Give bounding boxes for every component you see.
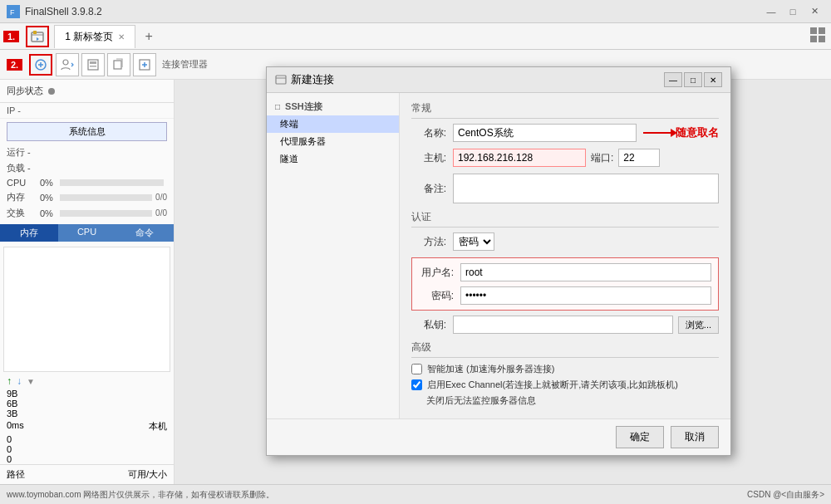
latency-val: 0ms [7,420,24,433]
new-conn-dialog: 新建连接 — □ ✕ □ SSH连接 终端 代理服务器 隧道 常规 名称: [266,66,731,456]
net-vals: 9B 6B 3B [0,389,174,418]
sync-label: 同步状态 [7,85,43,97]
username-row: 用户名: [419,263,711,281]
dialog-right-panel: 常规 名称: 随意取名 主机: 端口: 备注: [400,93,730,418]
grid-view-btn[interactable] [808,25,828,47]
app-icon: F [7,5,20,18]
svg-rect-7 [819,36,825,42]
svg-rect-4 [810,27,817,34]
minimize-btn[interactable]: — [761,3,781,20]
terminal-item[interactable]: 终端 [267,115,399,133]
swap-label: 交换 [7,207,40,219]
cancel-btn[interactable]: 取消 [671,426,719,448]
load-label: 负载 - [7,162,40,174]
name-input[interactable] [453,124,637,142]
username-label: 用户名: [419,266,460,280]
svg-rect-13 [114,61,121,69]
swap-val: 0% [40,208,53,218]
username-input[interactable] [460,263,711,281]
sync-dot [48,88,55,95]
title-bar: F FinalShell 3.9.8.2 — □ ✕ [0,0,831,23]
dialog-close-btn[interactable]: ✕ [704,72,722,87]
status-bar: www.toymoban.com 网络图片仅供展示，非存储，如有侵权请联系删除。… [0,484,831,504]
privkey-input[interactable] [453,316,673,334]
swap-num: 0/0 [155,208,167,218]
net-val-3: 3B [7,409,167,418]
toolbar-btn-2[interactable] [56,53,79,76]
dialog-min-btn[interactable]: — [664,72,682,87]
host-row: 主机: 端口: [411,149,719,167]
monitor-tabs: 内存 CPU 命令 [0,224,174,242]
method-select[interactable]: 密码 [453,232,494,251]
password-label: 密码: [419,289,460,303]
password-input[interactable] [460,286,711,305]
adv-label-2: 启用Exec Channel(若连接上就被断开,请关闭该项,比如跳板机) [427,379,678,391]
sync-status: 同步状态 [0,80,174,103]
open-conn-btn[interactable] [26,26,49,47]
tunnel-item[interactable]: 隧道 [267,150,399,168]
tab-cpu-btn[interactable]: CPU [58,224,116,242]
local-label: 本机 [149,420,167,433]
note-row: 备注: [411,174,719,203]
method-row: 方法: 密码 [411,232,719,251]
ssh-expand-icon: □ [275,102,280,111]
adv-row-2: 启用Exec Channel(若连接上就被断开,请关闭该项,比如跳板机) [411,379,719,391]
chart-area [3,247,170,372]
lat-v3: 0 [7,454,167,464]
tab-cmd-btn[interactable]: 命令 [116,224,174,242]
cpu-val: 0% [40,178,53,188]
toolbar-btn-3[interactable] [81,53,105,76]
mem-bar [60,194,152,201]
annotation-area: 随意取名 [643,125,719,140]
svg-rect-12 [90,66,96,67]
privkey-row: 私钥: 浏览... [411,316,719,334]
tab-add-btn[interactable]: + [139,27,159,46]
adv-check-2[interactable] [411,379,422,390]
lat-v1: 0 [7,434,167,444]
net-section: ↑ ↓ ▼ [0,374,174,389]
left-sidebar: 同步状态 IP - 系统信息 运行 - 负载 - CPU 0% 内存 0% [0,80,175,484]
new-conn-tool-btn[interactable] [29,54,52,76]
port-input[interactable] [618,149,660,167]
run-row: 运行 - [0,144,174,160]
tab-label: 1 新标签页 [65,30,113,44]
more-arrow: ▼ [27,377,35,386]
toolbar-btn-4[interactable] [107,53,130,76]
svg-text:F: F [10,8,15,17]
mem-val: 0% [40,193,53,203]
name-label: 名称: [411,126,453,140]
svg-rect-20 [276,76,286,84]
adv-check-1[interactable] [411,364,422,374]
dialog-title-text: 新建连接 [291,72,664,87]
password-row: 密码: [419,286,711,305]
adv-label-1: 智能加速 (加速海外服务器连接) [427,363,554,375]
proxy-item[interactable]: 代理服务器 [267,133,399,150]
sys-info-button[interactable]: 系统信息 [7,122,167,141]
swap-bar [60,210,152,217]
port-label: 端口: [591,151,613,165]
path-row: 路径 可用/大小 [0,464,174,484]
confirm-btn[interactable]: 确定 [616,426,664,448]
tab-close-btn[interactable]: ✕ [118,32,125,42]
annotation-text: 随意取名 [676,125,719,140]
ssh-section-label: □ SSH连接 [267,98,399,115]
tab-mem-btn[interactable]: 内存 [0,224,58,242]
host-input[interactable] [453,149,586,167]
up-arrow: ↑ [7,375,12,387]
maximize-btn[interactable]: □ [783,3,803,20]
note-label: 备注: [411,182,453,196]
toolbar-btn-5[interactable] [133,53,156,76]
latency-vals: 0 0 0 [0,434,174,464]
general-section-title: 常规 [411,101,719,119]
svg-rect-5 [819,27,825,34]
tab-new-page[interactable]: 1 新标签页 ✕ [54,25,135,48]
mem-row: 内存 0% 0/0 [0,189,174,205]
dialog-footer: 确定 取消 [267,418,730,455]
browse-btn[interactable]: 浏览... [678,316,719,334]
arrow-line [643,132,672,134]
close-btn[interactable]: ✕ [804,3,824,20]
advanced-section-title: 高级 [411,340,719,358]
note-textarea[interactable] [453,174,719,203]
svg-rect-6 [810,36,817,42]
dialog-max-btn[interactable]: □ [684,72,702,87]
